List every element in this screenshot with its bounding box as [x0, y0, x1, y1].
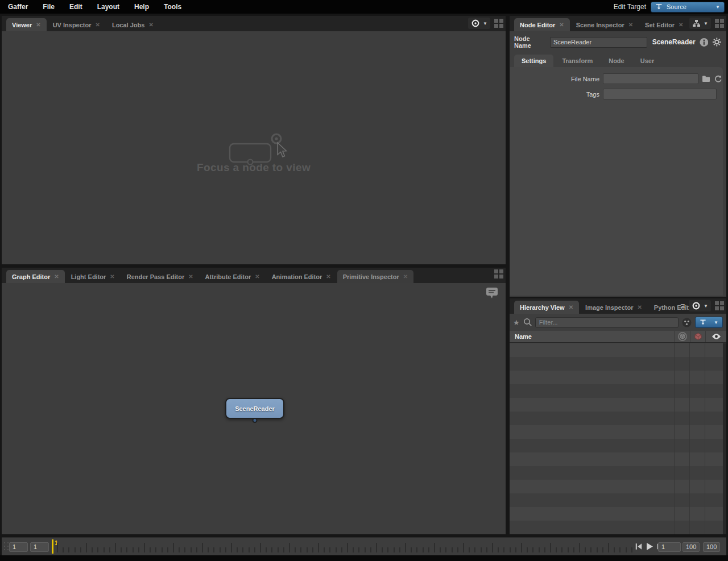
close-icon[interactable]: ✕ — [628, 22, 633, 28]
tab-label: Graph Editor — [12, 273, 50, 280]
subtab-user[interactable]: User — [633, 55, 661, 67]
close-icon[interactable]: ✕ — [255, 274, 259, 280]
close-icon[interactable]: ✕ — [637, 305, 642, 310]
hierarchy-table-header: Name — [510, 331, 726, 343]
tab-set-editor[interactable]: Set Editor ✕ — [639, 18, 689, 31]
node-set-menu-button[interactable]: ▼ — [689, 18, 711, 29]
node-output-plug[interactable] — [253, 418, 258, 423]
current-frame-input[interactable]: 1 — [658, 542, 681, 552]
tab-animation-editor[interactable]: Animation Editor ✕ — [266, 270, 337, 283]
file-name-label: File Name — [510, 76, 599, 82]
tab-attribute-editor[interactable]: Attribute Editor ✕ — [200, 270, 266, 283]
menu-gaffer[interactable]: Gaffer — [0, 0, 35, 14]
source-button-label: Source — [667, 3, 686, 10]
subtab-transform[interactable]: Transform — [555, 55, 600, 67]
file-name-input[interactable] — [603, 73, 698, 84]
pin-icon — [700, 319, 706, 326]
menu-tools[interactable]: Tools — [156, 0, 189, 14]
playhead[interactable] — [52, 539, 53, 554]
close-icon[interactable]: ✕ — [326, 274, 330, 280]
tab-image-inspector[interactable]: Image Inspector ✕ — [580, 301, 648, 314]
node-name-input[interactable] — [550, 37, 647, 48]
settings-tab-content: File Name Tags — [510, 67, 723, 296]
timeline-drag-handle[interactable] — [4, 542, 9, 551]
scene-target-button[interactable]: ▼ — [695, 317, 723, 328]
editscope-target-button[interactable]: ▼ — [689, 300, 711, 311]
play-button[interactable] — [645, 542, 654, 551]
gear-icon[interactable] — [712, 37, 722, 47]
tab-label: Node Editor — [520, 22, 555, 28]
tab-label: Scene Inspector — [576, 22, 624, 28]
tab-overflow-menu-icon[interactable]: ≡ — [680, 301, 685, 310]
viewer-panel: Viewer ✕ UV Inspector ✕ Local Jobs ✕ ▼ F… — [2, 16, 506, 264]
tab-scene-inspector[interactable]: Scene Inspector ✕ — [570, 18, 639, 31]
close-icon[interactable]: ✕ — [559, 22, 564, 28]
tab-local-jobs[interactable]: Local Jobs ✕ — [106, 18, 159, 31]
chevron-down-icon: ▼ — [704, 21, 708, 26]
ruler-minor-ticks — [57, 547, 633, 552]
hierarchy-filter-input[interactable] — [535, 317, 679, 328]
target-circle-icon — [692, 301, 701, 310]
frame-increment-input[interactable]: 1 — [30, 542, 49, 552]
close-icon[interactable]: ✕ — [679, 22, 683, 28]
close-icon[interactable]: ✕ — [188, 274, 193, 280]
close-icon[interactable]: ✕ — [36, 22, 40, 28]
column-divider — [674, 343, 675, 534]
reload-icon[interactable] — [714, 74, 722, 83]
close-icon[interactable]: ✕ — [110, 274, 114, 280]
layout-grid-icon[interactable] — [715, 301, 724, 310]
frame-ruler[interactable] — [57, 539, 633, 553]
node-editor-panel: Node Editor ✕ Scene Inspector ✕ Set Edit… — [510, 16, 726, 297]
close-icon[interactable]: ✕ — [403, 274, 408, 280]
tab-uv-inspector[interactable]: UV Inspector ✕ — [47, 18, 106, 31]
exclusions-cube-icon — [694, 332, 702, 341]
folder-browse-icon[interactable] — [702, 75, 710, 82]
tab-render-pass-editor[interactable]: Render Pass Editor ✕ — [121, 270, 199, 283]
graph-canvas[interactable]: SceneReader — [2, 283, 506, 534]
tab-hierarchy-view[interactable]: Hierarchy View ✕ — [514, 301, 579, 314]
tab-primitive-inspector[interactable]: Primitive Inspector ✕ — [337, 270, 413, 283]
playback-end-input[interactable]: 100 — [703, 542, 720, 552]
graph-editor-panel: Graph Editor ✕ Light Editor ✕ Render Pas… — [2, 268, 506, 534]
tab-graph-editor[interactable]: Graph Editor ✕ — [6, 270, 65, 283]
info-icon[interactable] — [700, 38, 709, 47]
scrollbar-track[interactable] — [723, 343, 726, 534]
menu-edit[interactable]: Edit — [62, 0, 90, 14]
tab-light-editor[interactable]: Light Editor ✕ — [65, 270, 121, 283]
chevron-down-icon: ▼ — [483, 21, 487, 26]
node-editor-subtabs: Settings Transform Node User — [510, 54, 726, 67]
tags-input[interactable] — [603, 89, 717, 99]
inclusions-column-header[interactable] — [674, 331, 690, 342]
visibility-column-header[interactable] — [705, 331, 726, 342]
layout-grid-icon[interactable] — [494, 19, 503, 28]
close-icon[interactable]: ✕ — [148, 22, 153, 28]
menu-help[interactable]: Help — [127, 0, 156, 14]
bookmark-star-icon[interactable]: ★ — [513, 318, 520, 327]
editscope-target-button[interactable]: ▼ — [468, 18, 490, 29]
menu-layout[interactable]: Layout — [90, 0, 127, 14]
go-to-start-button[interactable] — [635, 542, 643, 551]
name-column-header[interactable]: Name — [510, 333, 674, 340]
close-icon[interactable]: ✕ — [96, 22, 100, 28]
close-icon[interactable]: ✕ — [54, 274, 59, 280]
exclusions-column-header[interactable] — [690, 331, 705, 342]
scene-reader-node[interactable]: SceneReader — [225, 398, 284, 419]
tab-viewer[interactable]: Viewer ✕ — [6, 18, 47, 31]
menu-file[interactable]: File — [35, 0, 62, 14]
close-icon[interactable]: ✕ — [569, 305, 573, 310]
hierarchy-table-rows[interactable] — [510, 343, 726, 534]
viewer-empty-message: Focus a node to view — [2, 161, 506, 174]
subtab-settings[interactable]: Settings — [514, 55, 553, 67]
range-end-input[interactable]: 100 — [682, 542, 700, 552]
layout-grid-icon[interactable] — [494, 269, 503, 279]
subtab-node[interactable]: Node — [601, 55, 632, 67]
layout-grid-icon[interactable] — [715, 19, 724, 28]
edit-target-source-button[interactable]: Source ▼ — [651, 2, 725, 13]
tab-label: Primitive Inspector — [343, 273, 399, 280]
frame-start-input[interactable]: 1 — [9, 542, 28, 552]
tab-node-editor[interactable]: Node Editor ✕ — [514, 18, 570, 31]
tab-label: Viewer — [12, 22, 32, 28]
set-filter-ball-icon[interactable] — [682, 318, 692, 327]
viewer-content[interactable]: Focus a node to view — [2, 31, 506, 264]
annotation-icon[interactable] — [485, 287, 499, 300]
